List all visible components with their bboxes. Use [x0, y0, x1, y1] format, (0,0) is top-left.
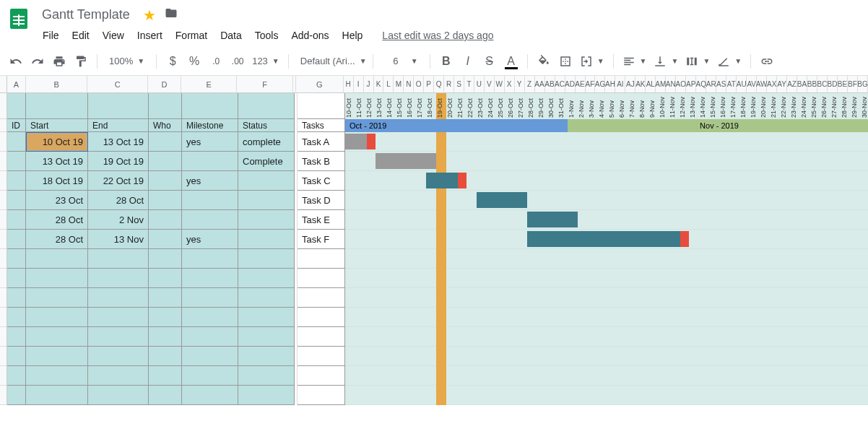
menu-help[interactable]: Help	[337, 27, 368, 44]
empty-cell[interactable]	[7, 327, 26, 347]
blank-cell[interactable]	[26, 93, 88, 119]
date-header-22-Nov[interactable]: 22-Nov	[780, 93, 790, 119]
empty-cell[interactable]	[26, 288, 88, 308]
date-header-12-Oct[interactable]: 12-Oct	[365, 93, 376, 119]
cell-milestone-0[interactable]: yes	[182, 132, 238, 152]
date-header-13-Oct[interactable]: 13-Oct	[376, 93, 386, 119]
insert-link-button[interactable]	[757, 51, 777, 71]
col-header-AB[interactable]: AB	[545, 76, 555, 92]
empty-cell[interactable]	[26, 308, 88, 327]
menu-edit[interactable]: Edit	[67, 27, 95, 44]
cell-task-4[interactable]: Task E	[298, 210, 345, 230]
menu-data[interactable]: Data	[215, 27, 247, 44]
empty-cell[interactable]	[88, 327, 149, 347]
cell-status-0[interactable]: complete	[238, 132, 295, 152]
header-milestone[interactable]: Milestone	[182, 119, 238, 132]
empty-cell[interactable]	[149, 347, 182, 366]
empty-cell[interactable]	[238, 386, 295, 405]
undo-button[interactable]	[6, 51, 26, 71]
empty-cell[interactable]	[238, 308, 295, 327]
blank-cell[interactable]	[149, 93, 182, 119]
gantt-bar-task-f[interactable]	[527, 231, 689, 247]
empty-cell[interactable]	[7, 269, 26, 288]
empty-cell[interactable]	[26, 386, 88, 405]
empty-cell[interactable]	[88, 366, 149, 386]
col-header-BE[interactable]: BE	[838, 76, 848, 92]
blank-cell[interactable]	[88, 93, 149, 119]
empty-cell[interactable]	[149, 327, 182, 347]
date-header-22-Oct[interactable]: 22-Oct	[466, 93, 477, 119]
col-header-V[interactable]: V	[485, 76, 495, 92]
empty-cell[interactable]	[182, 308, 238, 327]
col-header-AR[interactable]: AR	[706, 76, 716, 92]
col-header-G[interactable]: G	[296, 76, 344, 92]
cell-id-0[interactable]	[7, 132, 26, 152]
more-formats-dropdown[interactable]: 123▼	[249, 51, 282, 71]
cell-who-1[interactable]	[149, 152, 182, 171]
empty-cell[interactable]	[26, 327, 88, 347]
empty-task-cell[interactable]	[298, 347, 345, 366]
date-header-24-Nov[interactable]: 24-Nov	[800, 93, 810, 119]
date-header-11-Nov[interactable]: 11-Nov	[669, 93, 679, 119]
empty-cell[interactable]	[149, 288, 182, 308]
horizontal-align-dropdown[interactable]: ▼	[620, 51, 650, 71]
col-header-N[interactable]: N	[404, 76, 414, 92]
empty-cell[interactable]	[149, 308, 182, 327]
empty-cell[interactable]	[149, 386, 182, 405]
col-header-P[interactable]: P	[424, 76, 434, 92]
cell-id-3[interactable]	[7, 191, 26, 210]
empty-cell[interactable]	[88, 347, 149, 366]
date-header-17-Oct[interactable]: 17-Oct	[416, 93, 426, 119]
menu-view[interactable]: View	[97, 27, 129, 44]
empty-task-cell[interactable]	[298, 249, 345, 269]
date-header-3-Nov[interactable]: 3-Nov	[588, 93, 598, 119]
empty-cell[interactable]	[88, 386, 149, 405]
cell-end-3[interactable]: 28 Oct	[88, 191, 149, 210]
date-header-6-Nov[interactable]: 6-Nov	[618, 93, 628, 119]
cell-id-4[interactable]	[7, 210, 26, 230]
empty-cell[interactable]	[7, 249, 26, 269]
star-icon[interactable]: ★	[143, 6, 156, 24]
date-header-26-Oct[interactable]: 26-Oct	[507, 93, 517, 119]
empty-cell[interactable]	[238, 269, 295, 288]
text-wrap-dropdown[interactable]: ▼	[682, 51, 713, 71]
header-status[interactable]: Status	[238, 119, 295, 132]
empty-cell[interactable]	[26, 269, 88, 288]
header-id[interactable]: ID	[7, 119, 26, 132]
text-color-button[interactable]: A	[501, 51, 521, 71]
col-header-BG[interactable]: BG	[858, 76, 868, 92]
empty-cell[interactable]	[182, 386, 238, 405]
date-header-24-Oct[interactable]: 24-Oct	[487, 93, 497, 119]
increase-decimal-button[interactable]: .00	[227, 51, 248, 71]
cell-end-2[interactable]: 22 Oct 19	[88, 171, 149, 191]
date-header-23-Oct[interactable]: 23-Oct	[477, 93, 487, 119]
fill-color-button[interactable]	[534, 51, 554, 71]
empty-cell[interactable]	[182, 366, 238, 386]
col-header-AC[interactable]: AC	[555, 76, 565, 92]
date-header-11-Oct[interactable]: 11-Oct	[355, 93, 365, 119]
gantt-bar-task-d[interactable]	[477, 192, 527, 208]
empty-task-cell[interactable]	[298, 269, 345, 288]
col-header-AL[interactable]: AL	[646, 76, 656, 92]
col-header-BC[interactable]: BC	[817, 76, 828, 92]
folder-icon[interactable]	[165, 6, 178, 23]
cell-start-4[interactable]: 28 Oct	[26, 210, 88, 230]
col-header-AA[interactable]: AA	[535, 76, 545, 92]
cell-milestone-4[interactable]	[182, 210, 238, 230]
date-header-15-Nov[interactable]: 15-Nov	[709, 93, 719, 119]
col-header-AO[interactable]: AO	[676, 76, 686, 92]
empty-cell[interactable]	[238, 288, 295, 308]
col-header-AD[interactable]: AD	[565, 76, 576, 92]
col-header-AI[interactable]: AI	[615, 76, 625, 92]
col-header-BF[interactable]: BF	[848, 76, 858, 92]
empty-cell[interactable]	[88, 288, 149, 308]
date-header-13-Nov[interactable]: 13-Nov	[689, 93, 699, 119]
empty-cell[interactable]	[26, 366, 88, 386]
date-header-5-Nov[interactable]: 5-Nov	[608, 93, 618, 119]
date-header-14-Oct[interactable]: 14-Oct	[386, 93, 396, 119]
date-header-17-Nov[interactable]: 17-Nov	[729, 93, 739, 119]
empty-cell[interactable]	[7, 366, 26, 386]
header-start[interactable]: Start	[26, 119, 88, 132]
col-header-AH[interactable]: AH	[605, 76, 615, 92]
date-header-1-Nov[interactable]: 1-Nov	[568, 93, 578, 119]
